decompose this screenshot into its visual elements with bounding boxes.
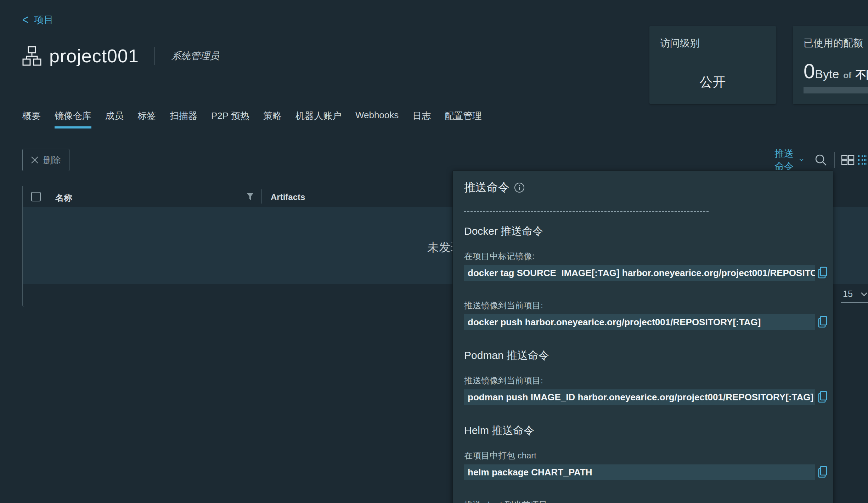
page-title: project001 <box>49 45 139 67</box>
push-command-label: 推送命令 <box>774 147 796 173</box>
copy-button[interactable] <box>817 466 829 479</box>
close-icon <box>31 156 39 164</box>
tab-policy[interactable]: 策略 <box>263 110 282 122</box>
delete-button-label: 删除 <box>43 154 61 166</box>
user-role-label: 系统管理员 <box>171 50 219 62</box>
delete-button[interactable]: 删除 <box>22 149 69 171</box>
section-title-docker: Docker 推送命令 <box>464 224 829 239</box>
push-command-toggle[interactable]: 推送命令 <box>774 147 804 173</box>
tab-scanner[interactable]: 扫描器 <box>170 110 197 122</box>
quota-of-label: of <box>843 70 851 80</box>
quota-card: 已使用的配额 0 Byte of 不限制 <box>793 26 868 104</box>
copy-button[interactable] <box>817 316 829 328</box>
section-title-helm: Helm 推送命令 <box>464 423 829 438</box>
quota-value: 0 Byte of 不限制 <box>804 59 868 83</box>
repo-toolbar-right: 推送命令 <box>774 149 868 171</box>
copy-icon <box>817 316 829 328</box>
project-icon <box>22 46 41 66</box>
quota-label: 已使用的配额 <box>804 36 868 50</box>
copy-icon <box>817 391 829 404</box>
tab-members[interactable]: 成员 <box>105 110 124 122</box>
column-header-artifacts: Artifacts <box>271 192 305 202</box>
access-level-label: 访问级别 <box>660 36 765 50</box>
quota-limit: 不限制 <box>856 68 868 82</box>
command-code[interactable]: podman push IMAGE_ID harbor.oneyearice.o… <box>464 389 815 405</box>
filter-icon[interactable] <box>247 193 254 201</box>
title-divider <box>154 47 155 65</box>
column-divider <box>48 189 48 204</box>
popup-header: 推送命令 <box>464 180 829 195</box>
breadcrumb-label: 项目 <box>34 13 53 26</box>
project-tabs: 概要 镜像仓库 成员 标签 扫描器 P2P 预热 策略 机器人账户 Webhoo… <box>22 110 847 128</box>
view-toggle-group <box>841 154 868 166</box>
dashed-divider <box>464 211 709 212</box>
copy-button[interactable] <box>817 267 829 279</box>
chevron-left-icon: < <box>22 13 29 27</box>
tab-robot-accounts[interactable]: 机器人账户 <box>295 110 342 122</box>
page-size-select[interactable]: 15 <box>841 289 868 303</box>
copy-icon <box>817 267 829 279</box>
quota-unit: Byte <box>815 67 839 81</box>
column-header-name: 名称 <box>55 192 72 204</box>
tab-summary[interactable]: 概要 <box>22 110 41 122</box>
quota-used: 0 <box>804 59 815 83</box>
command-label: 推送 chart 到当前项目 <box>464 499 829 503</box>
command-block: 推送 chart 到当前项目 helm push CHART_PACKAGE o… <box>464 499 829 503</box>
chevron-down-icon <box>799 158 804 162</box>
tab-repositories[interactable]: 镜像仓库 <box>55 110 91 122</box>
page-size-value: 15 <box>843 289 853 299</box>
command-block: 在项目中打包 chart helm package CHART_PATH <box>464 450 829 480</box>
access-level-value: 公开 <box>660 73 765 91</box>
tab-webhooks[interactable]: Webhooks <box>355 110 399 122</box>
column-divider <box>261 189 262 204</box>
command-code[interactable]: docker tag SOURCE_IMAGE[:TAG] harbor.one… <box>464 265 815 281</box>
project-header: project001 系统管理员 <box>22 45 219 67</box>
search-icon[interactable] <box>815 154 827 166</box>
list-view-icon[interactable] <box>857 154 868 166</box>
breadcrumb-back-projects[interactable]: < 项目 <box>22 13 53 26</box>
card-view-icon[interactable] <box>841 154 855 166</box>
tab-labels[interactable]: 标签 <box>137 110 156 122</box>
command-label: 推送镜像到当前项目: <box>464 375 829 386</box>
tab-logs[interactable]: 日志 <box>412 110 431 122</box>
popup-title: 推送命令 <box>464 180 509 195</box>
tab-configuration[interactable]: 配置管理 <box>445 110 481 122</box>
info-icon[interactable] <box>514 182 525 193</box>
access-level-card: 访问级别 公开 <box>649 26 776 104</box>
command-block: 推送镜像到当前项目: podman push IMAGE_ID harbor.o… <box>464 375 829 405</box>
select-all-checkbox[interactable] <box>31 192 41 201</box>
push-command-popup: 推送命令 Docker 推送命令 在项目中标记镜像: docker tag SO… <box>452 170 833 503</box>
toolbar-divider <box>834 152 835 168</box>
quota-progress-bar <box>804 87 868 93</box>
copy-button[interactable] <box>817 391 829 404</box>
command-code[interactable]: helm package CHART_PATH <box>464 464 815 480</box>
command-label: 在项目中打包 chart <box>464 450 829 461</box>
copy-icon <box>817 466 829 479</box>
command-block: 在项目中标记镜像: docker tag SOURCE_IMAGE[:TAG] … <box>464 251 829 281</box>
command-block: 推送镜像到当前项目: docker push harbor.oneyearice… <box>464 300 829 330</box>
command-code[interactable]: docker push harbor.oneyearice.org/projec… <box>464 314 815 330</box>
command-label: 在项目中标记镜像: <box>464 251 829 262</box>
tab-p2p-preheat[interactable]: P2P 预热 <box>211 110 249 122</box>
command-label: 推送镜像到当前项目: <box>464 300 829 311</box>
section-title-podman: Podman 推送命令 <box>464 348 829 363</box>
chevron-down-icon <box>861 292 868 296</box>
